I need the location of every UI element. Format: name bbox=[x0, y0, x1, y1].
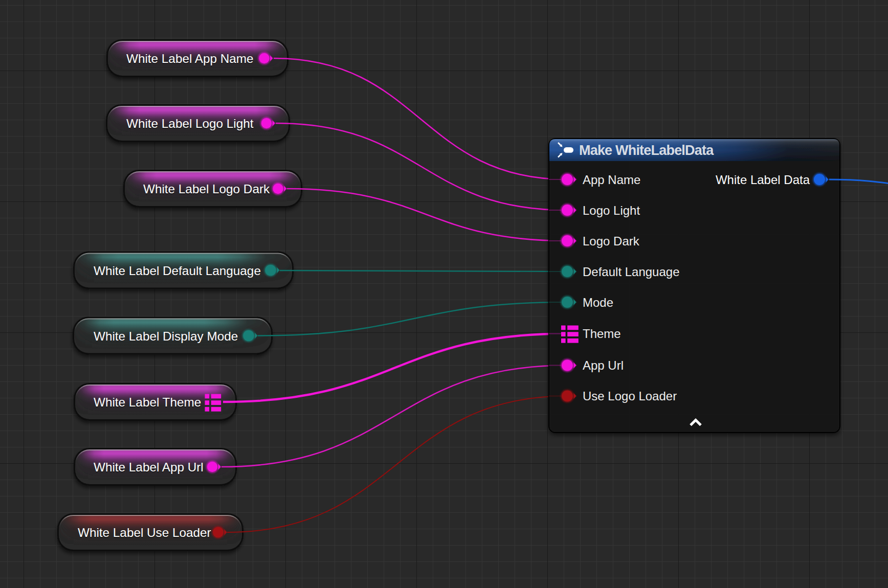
svg-text:White Label Use Loader: White Label Use Loader bbox=[78, 526, 211, 539]
svg-text:Logo Light: Logo Light bbox=[583, 203, 640, 217]
svg-text:White Label Theme: White Label Theme bbox=[94, 395, 201, 409]
svg-text:Make WhiteLabelData: Make WhiteLabelData bbox=[579, 143, 714, 158]
svg-text:White Label Logo Dark: White Label Logo Dark bbox=[143, 182, 270, 196]
svg-text:Mode: Mode bbox=[583, 296, 613, 309]
svg-text:White Label Logo Light: White Label Logo Light bbox=[126, 117, 254, 130]
svg-text:White Label App Name: White Label App Name bbox=[126, 52, 254, 65]
svg-text:Default Language: Default Language bbox=[583, 265, 680, 279]
svg-text:White Label Data: White Label Data bbox=[716, 173, 810, 187]
svg-text:Theme: Theme bbox=[583, 327, 621, 341]
svg-text:White Label App Url: White Label App Url bbox=[94, 460, 204, 474]
svg-text:App Url: App Url bbox=[583, 358, 624, 372]
svg-text:App Name: App Name bbox=[583, 173, 640, 187]
svg-text:White Label Display Mode: White Label Display Mode bbox=[94, 329, 238, 343]
svg-text:White Label Default Language: White Label Default Language bbox=[94, 264, 261, 278]
svg-text:Use Logo Loader: Use Logo Loader bbox=[583, 389, 677, 403]
svg-text:Logo Dark: Logo Dark bbox=[583, 234, 640, 248]
